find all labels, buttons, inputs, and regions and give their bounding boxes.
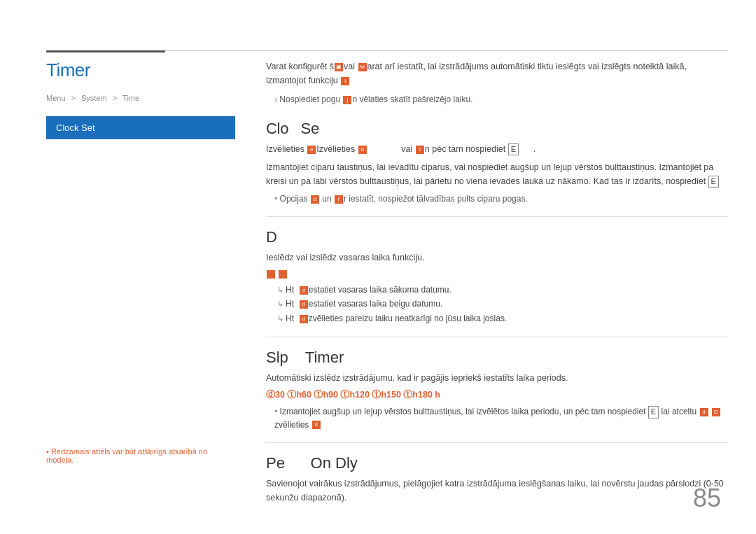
dst-b1-icon: d [300,286,308,295]
dst-icon1: d [267,270,275,279]
icon-e1: e [307,146,316,154]
sidebar: Timer Menu > System > Time Clock Set [46,59,235,141]
icon-t3: t [335,195,343,204]
main-content: Varat konfigurēt š▣vai Marat arī iestatī… [266,59,728,507]
power-on-delay-desc: Savienojot vairākus izstrādājumus, pielā… [266,477,728,505]
timer-options: ⓓ30 ⓣh60 ⓣh90 ⓣh120 ⓣh150 ⓣh180 h [266,389,728,401]
icon-t: t [341,77,349,85]
timer-opt-60: ⓣh60 [287,390,314,400]
dst-bullet2: Ht destatiet vasaras laika beigu datumu. [277,297,728,311]
dst-label: d d [266,269,728,279]
dst-desc: Ieslēdz vai izslēdz vasaras laika funkci… [266,251,728,265]
timer-opt-selected: ⓓ30 [266,390,287,400]
button-e: E [508,143,519,155]
power-on-delay-section: Pe On Dly Savienojot vairākus izstrādāju… [266,454,728,505]
dst-section: D Ieslēdz vai izslēdz vasaras laika funk… [266,228,728,325]
sleep-timer-note: Izmantojiet augšup un lejup vērstos bult… [274,405,728,430]
intro-bullet: Nospiediet pogu jn vēlaties skatīt pašre… [274,93,728,106]
divider2 [266,337,728,337]
icon-tv: ▣ [335,63,343,71]
icon-d4: d [312,421,321,429]
timer-opt-90: ⓣh90 [314,390,340,400]
intro-text: Varat konfigurēt š▣vai Marat arī iestatī… [266,59,728,87]
top-line-accent [46,50,165,52]
nav-arrow2: > [113,94,117,102]
clock-set-heading: Clo Se [266,120,728,138]
sleep-timer-heading: Slp Timer [266,349,728,367]
dst-icon2: d [279,270,287,279]
power-on-delay-heading: Pe On Dly [266,454,728,472]
clock-set-menu-item[interactable]: Clock Set [46,116,235,139]
clock-set-desc: Izmantojiet ciparu taustiņus, lai ievadī… [266,160,728,188]
icon-cancel: d [700,408,708,416]
icon-d3: D [712,408,720,416]
sleep-timer-section: Slp Timer Automātiski izslēdz izstrādāju… [266,349,728,430]
button-e2: E [708,176,719,188]
timer-opt-150: ⓣh150 [372,390,403,400]
page-number: 85 [693,484,721,513]
sidebar-nav: Menu > System > Time [46,94,235,102]
timer-opt-180: ⓣh180 h [403,390,440,400]
nav-system: System [81,94,107,102]
nav-time: Time [122,94,139,102]
icon-d1: d [358,146,367,154]
clock-set-note: Opcijas d un tr iestatīt, nospiežot tālv… [274,192,728,205]
nav-menu: Menu [46,94,66,102]
icon-d2: d [311,195,319,204]
clock-set-sub: Izvēlieties eIzvēlieties d vai tn péc ta… [266,142,728,156]
dst-bullet1: Ht destatiet vasaras laika sākuma datumu… [277,283,728,297]
dst-b3-icon: d [300,315,308,323]
dst-heading: D [266,228,728,246]
nav-arrow1: > [71,94,76,102]
sleep-timer-desc: Automātiski izslēdz izstrādājumu, kad ir… [266,371,728,385]
icon-j: j [343,96,351,104]
timer-opt-120: ⓣh120 [340,390,372,400]
divider3 [266,442,728,443]
icon-t2: t [416,146,424,154]
divider1 [266,216,728,217]
button-e3: E [648,406,659,418]
sidebar-title: Timer [46,59,235,81]
dst-b2-icon: d [300,300,308,309]
clock-set-section: Clo Se Izvēlieties eIzvēlieties d vai tn… [266,120,728,205]
sidebar-note: Redzamais attēls var būt atšķirīgs atkar… [46,447,228,464]
dst-bullet3: Ht dzvēlieties pareizu laiku neatkarīgi … [277,311,728,325]
icon-m: M [358,63,367,71]
